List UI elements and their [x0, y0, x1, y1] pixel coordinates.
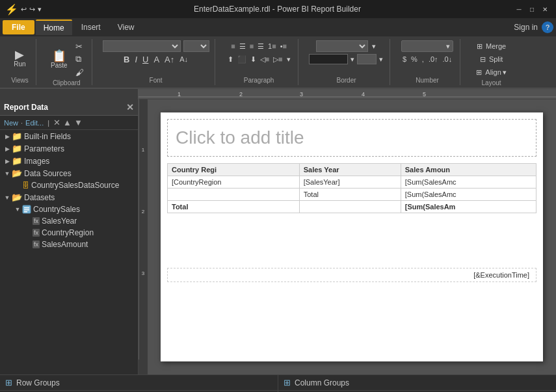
toggle-data-sources[interactable]: ▼ — [3, 170, 12, 177]
cell-country-region-val[interactable]: [CountryRegion — [168, 176, 300, 189]
run-button[interactable]: ▶ Run — [10, 41, 29, 75]
svg-text:2: 2 — [142, 209, 145, 215]
help-icon[interactable]: ? — [542, 21, 553, 33]
tab-view[interactable]: View — [110, 20, 142, 34]
cell-empty1[interactable] — [168, 189, 300, 201]
parameters-label: Parameters — [24, 144, 64, 153]
align-button[interactable]: ⊞Align ▾ — [475, 66, 507, 78]
tree-item-parameters[interactable]: ▶ 📁 Parameters — [0, 142, 138, 155]
toggle-images[interactable]: ▶ — [3, 158, 12, 164]
paste-button[interactable]: 📋 Paste — [47, 42, 72, 76]
toggle-parameters[interactable]: ▶ — [3, 146, 12, 152]
font-family-select[interactable] — [103, 40, 181, 52]
svg-text:5: 5 — [423, 91, 426, 98]
split-button[interactable]: ⊟Split — [479, 53, 504, 65]
currency-btn[interactable]: $ — [401, 53, 408, 65]
valign-bot-btn[interactable]: ⬇ — [249, 53, 258, 65]
valign-top-btn[interactable]: ⬆ — [226, 53, 235, 65]
undo-btn[interactable]: ↩ — [21, 5, 27, 14]
tree-item-country-region[interactable]: fx CountryRegion — [0, 227, 138, 239]
border-group-label: Border — [337, 75, 356, 84]
report-data-close-btn[interactable]: ✕ — [126, 102, 134, 112]
header-sales-year[interactable]: Sales Year — [299, 164, 401, 176]
canvas-area[interactable]: 1 2 3 Click to add title Country Regi Sa… — [139, 99, 556, 374]
font-size-select[interactable] — [183, 40, 209, 52]
move-up-btn[interactable]: ▲ — [63, 118, 72, 127]
tab-file[interactable]: File — [3, 20, 34, 34]
toggle-datasets[interactable]: ▼ — [3, 194, 12, 201]
delete-btn[interactable]: ✕ — [53, 118, 60, 127]
edit-label[interactable]: Edit... — [25, 119, 44, 127]
tab-home[interactable]: Home — [36, 20, 72, 35]
minimize-btn[interactable]: ─ — [513, 3, 525, 15]
percent-btn[interactable]: % — [410, 53, 419, 65]
border-color-btn[interactable]: ▾ — [349, 53, 356, 65]
font-size-increase[interactable]: A↑ — [163, 53, 176, 65]
toggle-country-sales[interactable]: ▼ — [13, 206, 22, 213]
indent-dec-btn[interactable]: ◁≡ — [259, 53, 271, 65]
cell-sales-total[interactable]: [Sum(SalesAmc — [401, 189, 536, 201]
country-sales-ds-label: CountrySalesDataSource — [31, 181, 119, 190]
move-down-btn[interactable]: ▼ — [74, 118, 83, 127]
cell-sales-year-val[interactable]: [SalesYear] — [299, 176, 401, 189]
bold-button[interactable]: B — [122, 53, 131, 65]
comma-btn[interactable]: , — [421, 53, 425, 65]
underline-button[interactable]: U — [141, 53, 150, 65]
align-center-btn[interactable]: ☰ — [238, 40, 247, 52]
tree-item-country-sales-ds[interactable]: 🗄 CountrySalesDataSource — [0, 179, 138, 191]
maximize-btn[interactable]: □ — [526, 3, 538, 15]
number-more-btn[interactable]: ▾ — [401, 40, 453, 52]
sign-in[interactable]: Sign in ? — [514, 21, 553, 33]
report-title-area[interactable]: Click to add title — [167, 119, 536, 157]
border-more-btn[interactable]: ▾ — [371, 40, 377, 52]
ul-btn[interactable]: •≡ — [279, 40, 288, 52]
align-right-btn[interactable]: ≡ — [248, 40, 255, 52]
valign-mid-btn[interactable]: ⬛ — [236, 53, 248, 65]
dec-increase-btn[interactable]: .0↑ — [427, 53, 440, 65]
para-row1: ≡ ☰ ≡ ☰ 1≡ •≡ — [230, 40, 288, 52]
border-color-preview[interactable] — [309, 54, 348, 64]
ribbon-group-layout: ⊞Merge ⊟Split ⊞Align ▾ Layout — [466, 39, 518, 85]
cell-total-label[interactable]: Total — [299, 189, 401, 201]
justify-btn[interactable]: ☰ — [256, 40, 265, 52]
cell-empty2[interactable] — [299, 201, 401, 213]
font-color-btn[interactable]: A — [152, 53, 161, 65]
header-country[interactable]: Country Regi — [168, 164, 300, 176]
tree-item-built-in-fields[interactable]: ▶ 📁 Built-in Fields — [0, 130, 138, 142]
toggle-built-in[interactable]: ▶ — [3, 133, 12, 140]
execution-time[interactable]: [&ExecutionTime] — [167, 268, 536, 282]
report-canvas[interactable]: Click to add title Country Regi Sales Ye… — [161, 112, 543, 361]
border-box-preview[interactable] — [357, 54, 377, 64]
cell-sales-amount-val[interactable]: [Sum(SalesAmc — [401, 176, 536, 189]
new-label[interactable]: New — [4, 119, 18, 127]
align-left-btn[interactable]: ≡ — [230, 40, 236, 52]
border-style-select[interactable] — [316, 40, 368, 52]
format-painter-button[interactable]: 🖌 — [74, 66, 86, 78]
row-groups-header: ⊞ Row Groups — [0, 375, 278, 391]
tree-item-sales-amount[interactable]: fx SalesAmount — [0, 239, 138, 250]
canvas-empty-space — [161, 213, 543, 265]
redo-btn[interactable]: ↪ — [29, 5, 35, 14]
tree-item-sales-year[interactable]: fx SalesYear — [0, 215, 138, 227]
close-btn[interactable]: ✕ — [539, 3, 551, 15]
ol-btn[interactable]: 1≡ — [267, 40, 278, 52]
copy-button[interactable]: ⧉ — [74, 53, 86, 65]
merge-button[interactable]: ⊞Merge — [475, 40, 507, 52]
para-more-btn[interactable]: ▾ — [285, 53, 292, 65]
tree-item-images[interactable]: ▶ 📁 Images — [0, 155, 138, 167]
number-row2: $ % , .0↑ .0↓ — [401, 53, 453, 65]
indent-inc-btn[interactable]: ▷≡ — [272, 53, 284, 65]
tree-item-data-sources[interactable]: ▼ 📂 Data Sources — [0, 167, 138, 179]
cut-button[interactable]: ✂ — [74, 40, 86, 52]
italic-button[interactable]: I — [133, 53, 139, 65]
tree-item-datasets[interactable]: ▼ 📂 Datasets — [0, 191, 138, 203]
cell-grand-total-label[interactable]: Total — [168, 201, 300, 213]
dec-decrease-btn[interactable]: .0↓ — [442, 53, 454, 65]
font-size-decrease[interactable]: A↓ — [178, 53, 189, 65]
cell-grand-total-val[interactable]: [Sum(SalesAm — [401, 201, 536, 213]
tab-insert[interactable]: Insert — [73, 20, 109, 34]
border-apply-btn[interactable]: ▾ — [378, 53, 384, 65]
tree-item-country-sales-dataset[interactable]: ▼ CountrySales — [0, 203, 138, 215]
header-sales-amount[interactable]: Sales Amoun — [401, 164, 536, 176]
folder-icon-images: 📁 — [12, 156, 22, 166]
